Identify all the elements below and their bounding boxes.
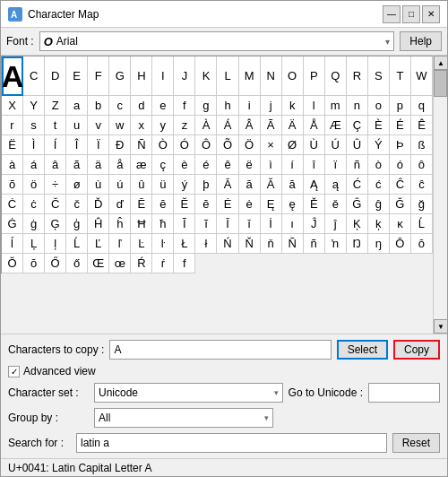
list-item[interactable]: l bbox=[304, 96, 325, 116]
list-item[interactable]: Ī bbox=[217, 214, 238, 234]
copy-input[interactable] bbox=[109, 340, 331, 360]
list-item[interactable]: E bbox=[66, 56, 88, 96]
list-item[interactable]: ğ bbox=[411, 195, 433, 214]
list-item[interactable]: ü bbox=[152, 175, 174, 195]
list-item[interactable]: Ķ bbox=[347, 214, 368, 234]
list-item[interactable]: ŕ bbox=[152, 254, 174, 273]
group-dropdown[interactable]: All ▾ bbox=[94, 408, 273, 428]
list-item[interactable]: Ú bbox=[325, 135, 347, 155]
list-item[interactable]: I bbox=[152, 56, 174, 96]
list-item[interactable]: Ħ bbox=[131, 214, 152, 234]
list-item[interactable]: i bbox=[239, 96, 261, 116]
list-item[interactable]: ŉ bbox=[325, 234, 347, 254]
search-input[interactable] bbox=[76, 433, 387, 453]
list-item[interactable]: Ā bbox=[217, 175, 238, 195]
list-item[interactable]: h bbox=[217, 96, 238, 116]
list-item[interactable]: T bbox=[390, 56, 411, 96]
list-item[interactable]: ŋ bbox=[368, 234, 390, 254]
list-item[interactable]: é bbox=[195, 155, 217, 175]
list-item[interactable]: w bbox=[109, 116, 131, 135]
list-item[interactable]: ķ bbox=[368, 214, 390, 234]
list-item[interactable]: ó bbox=[390, 155, 411, 175]
advanced-view-checkbox[interactable]: ✓ bbox=[8, 366, 20, 377]
list-item[interactable]: Y bbox=[23, 96, 45, 116]
list-item[interactable]: Ļ bbox=[23, 234, 45, 254]
list-item[interactable]: Ă bbox=[261, 175, 282, 195]
list-item[interactable]: Ġ bbox=[2, 214, 23, 234]
list-item[interactable]: Á bbox=[217, 116, 238, 135]
list-item[interactable]: ĵ bbox=[325, 214, 347, 234]
list-item[interactable]: ĺ bbox=[2, 234, 23, 254]
list-item[interactable]: c bbox=[109, 96, 131, 116]
list-item[interactable]: ĸ bbox=[390, 214, 411, 234]
list-item[interactable]: þ bbox=[195, 175, 217, 195]
list-item[interactable]: z bbox=[174, 116, 195, 135]
list-item[interactable]: Ï bbox=[88, 135, 109, 155]
list-item[interactable]: ę bbox=[282, 195, 304, 214]
list-item[interactable]: o bbox=[368, 96, 390, 116]
list-item[interactable]: Ñ bbox=[131, 135, 152, 155]
list-item[interactable]: Ë bbox=[2, 135, 23, 155]
list-item[interactable]: K bbox=[195, 56, 217, 96]
list-item[interactable]: L bbox=[217, 56, 238, 96]
list-item[interactable]: Ô bbox=[195, 135, 217, 155]
list-item[interactable]: ã bbox=[66, 155, 88, 175]
list-item[interactable]: Ė bbox=[217, 195, 238, 214]
list-item[interactable]: Ä bbox=[282, 116, 304, 135]
list-item[interactable]: Ĩ bbox=[174, 214, 195, 234]
scroll-track[interactable] bbox=[434, 70, 447, 319]
list-item[interactable]: Û bbox=[347, 135, 368, 155]
list-item[interactable]: Ć bbox=[347, 175, 368, 195]
list-item[interactable]: m bbox=[325, 96, 347, 116]
list-item[interactable]: Ç bbox=[347, 116, 368, 135]
list-item[interactable]: k bbox=[282, 96, 304, 116]
scroll-thumb[interactable] bbox=[434, 70, 447, 97]
list-item[interactable]: ď bbox=[109, 195, 131, 214]
list-item[interactable]: ŀ bbox=[152, 234, 174, 254]
font-dropdown[interactable]: O Arial ▾ bbox=[39, 31, 395, 51]
list-item[interactable]: ā bbox=[239, 175, 261, 195]
list-item[interactable]: ï bbox=[325, 155, 347, 175]
list-item[interactable]: ŏ bbox=[23, 254, 45, 273]
list-item[interactable]: û bbox=[131, 175, 152, 195]
list-item[interactable]: è bbox=[174, 155, 195, 175]
minimize-button[interactable]: — bbox=[383, 5, 401, 23]
list-item[interactable]: M bbox=[239, 56, 261, 96]
list-item[interactable]: î bbox=[304, 155, 325, 175]
list-item[interactable]: s bbox=[23, 116, 45, 135]
list-item[interactable]: a bbox=[66, 96, 88, 116]
list-item[interactable]: Ŀ bbox=[131, 234, 152, 254]
list-item[interactable]: ő bbox=[66, 254, 88, 273]
list-item[interactable]: ĕ bbox=[195, 195, 217, 214]
list-item[interactable]: ú bbox=[109, 175, 131, 195]
list-item[interactable]: Î bbox=[66, 135, 88, 155]
list-item[interactable]: Þ bbox=[390, 135, 411, 155]
list-item[interactable]: Ł bbox=[174, 234, 195, 254]
list-item[interactable]: Õ bbox=[217, 135, 238, 155]
list-item[interactable]: Ñ bbox=[282, 234, 304, 254]
list-item[interactable]: Ö bbox=[239, 135, 261, 155]
list-item[interactable]: n bbox=[347, 96, 368, 116]
list-item[interactable]: H bbox=[131, 56, 152, 96]
list-item[interactable]: Ą bbox=[304, 175, 325, 195]
list-item[interactable]: à bbox=[2, 155, 23, 175]
list-item[interactable]: Č bbox=[45, 195, 66, 214]
list-item[interactable]: ą bbox=[325, 175, 347, 195]
list-item[interactable]: g bbox=[195, 96, 217, 116]
list-item[interactable]: À bbox=[195, 116, 217, 135]
list-item[interactable]: ě bbox=[325, 195, 347, 214]
list-item[interactable]: Ğ bbox=[390, 195, 411, 214]
list-item[interactable]: Ń bbox=[217, 234, 238, 254]
list-item[interactable]: Â bbox=[239, 116, 261, 135]
list-item[interactable]: W bbox=[411, 56, 433, 96]
list-item[interactable]: p bbox=[390, 96, 411, 116]
list-item[interactable]: Ĝ bbox=[347, 195, 368, 214]
list-item[interactable]: Ê bbox=[411, 116, 433, 135]
list-item[interactable]: õ bbox=[2, 175, 23, 195]
list-item[interactable]: ă bbox=[282, 175, 304, 195]
list-item[interactable]: ÷ bbox=[45, 175, 66, 195]
char-cell-big-a[interactable]: A bbox=[2, 56, 23, 96]
list-item[interactable]: ľ bbox=[109, 234, 131, 254]
list-item[interactable]: F bbox=[88, 56, 109, 96]
reset-button[interactable]: Reset bbox=[392, 433, 440, 453]
